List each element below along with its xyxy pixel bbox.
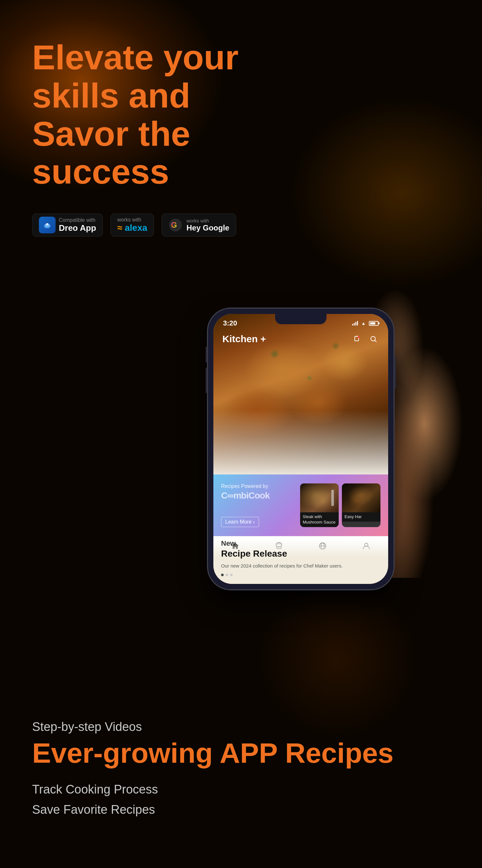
burger-food-texture <box>342 484 380 512</box>
status-icons: ▲ <box>352 321 378 326</box>
easy-har-card-label: Easy Har <box>342 512 380 522</box>
signal-icon <box>352 321 359 326</box>
phone-side-btn-volume-up <box>206 347 207 363</box>
feature-track-cooking: Track Cooking Process <box>32 783 394 797</box>
status-time: 3:20 <box>223 319 237 328</box>
lower-features: Track Cooking Process Save Favorite Reci… <box>32 783 394 817</box>
phone-frame: 3:20 ▲ <box>207 308 394 590</box>
combicook-left: Recipes Powered by C∞mbiCook Learn More … <box>221 484 295 527</box>
battery-icon <box>369 321 378 326</box>
easy-har-card-name: Easy Har <box>344 514 378 520</box>
steak-card-label: Steak with Mushroom Sauce <box>300 512 339 527</box>
dot-2 <box>226 574 228 576</box>
phone-wrapper: 3:20 ▲ <box>201 308 400 590</box>
phone-screen: 3:20 ▲ <box>214 314 388 584</box>
combicook-section: Recipes Powered by C∞mbiCook Learn More … <box>214 474 388 536</box>
signal-bar-2 <box>354 323 355 326</box>
recipe-overlay-card: New Recipe Release Our new 2024 collecti… <box>214 539 388 584</box>
notification-icon[interactable] <box>351 333 363 345</box>
combicook-logo: C∞mbiCook <box>221 491 295 501</box>
wifi-icon: ▲ <box>361 321 366 326</box>
recipe-cards: Steak with Mushroom Sauce Easy Har <box>300 484 380 527</box>
recipe-card-easy-har[interactable]: Easy Har <box>342 484 380 527</box>
combicook-text: Recipes Powered by C∞mbiCook <box>221 484 295 501</box>
phone-area: 3:20 ▲ <box>0 154 482 571</box>
lower-content: Step-by-step Videos Ever-growing APP Rec… <box>32 720 394 817</box>
recipe-card-steak[interactable]: Steak with Mushroom Sauce <box>300 484 339 527</box>
recipe-dots <box>221 574 380 576</box>
combi-c: C <box>221 491 227 500</box>
learn-more-button[interactable]: Learn More › <box>221 517 259 527</box>
search-icon[interactable] <box>368 333 379 345</box>
app-header-icons <box>351 333 379 345</box>
fork-icon <box>331 490 334 506</box>
app-title: Kitchen + <box>222 334 266 344</box>
signal-bar-3 <box>356 322 357 326</box>
lower-subtitle: Step-by-step Videos <box>32 720 394 734</box>
feature-save-recipes: Save Favorite Recipes <box>32 803 394 817</box>
battery-fill <box>370 322 375 324</box>
svg-rect-7 <box>356 336 358 337</box>
phone-side-btn-power <box>394 356 396 389</box>
powered-by-text: Recipes Powered by <box>221 484 295 489</box>
recipe-title: Recipe Release <box>221 548 380 559</box>
combi-rest: ∞mbiCook <box>227 491 270 500</box>
recipe-new-label: New <box>221 539 380 548</box>
steak-image <box>300 484 339 512</box>
phone-side-btn-volume-down <box>206 368 207 393</box>
hero-gradient-overlay <box>214 410 388 474</box>
svg-point-9 <box>358 336 360 338</box>
recipe-desc: Our new 2024 collection of recipes for C… <box>221 562 380 569</box>
dot-3 <box>230 574 233 576</box>
svg-line-11 <box>375 340 376 342</box>
steak-card-name: Steak with Mushroom Sauce <box>303 514 336 525</box>
signal-bar-1 <box>352 324 353 326</box>
burger-image <box>342 484 380 512</box>
phone-notch <box>275 314 327 324</box>
signal-bar-4 <box>357 321 358 326</box>
bg-glow-bottom <box>257 579 418 740</box>
dot-1 <box>221 574 224 576</box>
lower-title: Ever-growing APP Recipes <box>32 739 394 767</box>
hero-title-line1: Elevate your skills and <box>32 38 238 115</box>
